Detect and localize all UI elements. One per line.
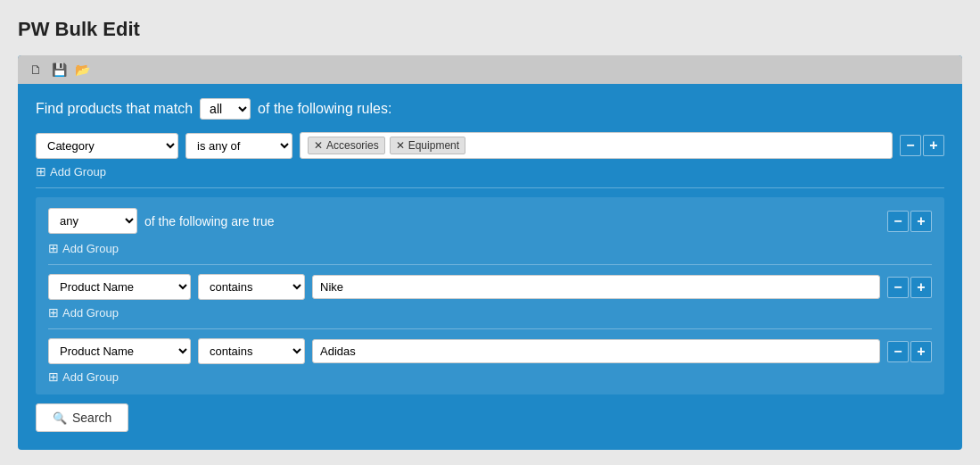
match-select[interactable]: all any [200,98,251,120]
group-block: any all of the following are true − + ⊞ … [36,197,944,394]
divider-inner [48,264,932,265]
open-icon[interactable]: 📂 [73,61,91,79]
page-title: PW Bulk Edit [18,18,962,41]
sub-rule-2-value-input[interactable] [312,339,880,363]
add-group-icon-2: ⊞ [48,305,59,320]
sub-rule-1-plus-button[interactable]: + [910,277,932,298]
group-label: of the following are true [144,214,275,228]
rule1-minus-button[interactable]: − [900,135,921,156]
new-doc-icon[interactable]: 🗋 [27,61,45,79]
rule1-operator-select[interactable]: is any of is is not contains [185,133,292,159]
find-prefix: Find products that match [36,101,193,117]
search-icon: 🔍 [53,411,67,425]
search-button[interactable]: 🔍 Search [36,403,128,432]
main-panel: 🗋 💾 📂 Find products that match all any o… [18,55,962,450]
group-header-left: any all of the following are true [48,208,275,234]
add-group-row-3[interactable]: ⊞ Add Group [48,370,932,384]
save-icon[interactable]: 💾 [50,61,68,79]
group-pm-buttons: − + [887,211,932,232]
group-minus-button[interactable]: − [887,211,909,232]
sub-rule-2-pm-buttons: − + [887,341,932,362]
sub-rule-1-operator-select[interactable]: contains is is not is any of [198,274,305,300]
sub-rule-2-plus-button[interactable]: + [910,341,932,362]
rule1-tags-input: ✕ Accesories ✕ Equipment [300,132,893,159]
add-group-icon-inner: ⊞ [48,241,59,255]
tag-accesories: ✕ Accesories [308,137,385,154]
sub-rule-1-field-select[interactable]: Product Name Category Price [48,274,191,300]
sub-rule-2-field-select[interactable]: Product Name Category Price [48,338,191,364]
add-group-label-2: Add Group [62,306,119,320]
sub-rule-2-row: Product Name Category Price contains is … [48,338,932,364]
rule1-plus-button[interactable]: + [923,135,944,156]
group-match-select[interactable]: any all [48,208,137,234]
add-group-row-1[interactable]: ⊞ Add Group [36,164,944,179]
add-group-label-inner: Add Group [62,242,119,255]
rule1-row: Category Product Name Price SKU is any o… [36,132,944,159]
sub-rule-2-operator-select[interactable]: contains is is not is any of [198,338,305,364]
divider-2 [48,328,932,329]
add-group-label-3: Add Group [62,370,119,384]
divider-1 [36,187,944,188]
add-group-row-2[interactable]: ⊞ Add Group [48,305,932,320]
add-group-icon-1: ⊞ [36,164,46,179]
sub-rule-1-pm-buttons: − + [887,277,932,298]
tag-equipment: ✕ Equipment [390,137,465,154]
panel-body: Find products that match all any of the … [18,84,962,450]
add-group-label-1: Add Group [50,165,106,179]
find-suffix: of the following rules: [258,101,391,117]
search-button-label: Search [72,411,111,425]
group-plus-button[interactable]: + [910,211,932,232]
rule1-field-select[interactable]: Category Product Name Price SKU [36,133,178,159]
sub-rule-1-value-input[interactable] [312,275,880,299]
sub-rule-1-minus-button[interactable]: − [887,277,909,298]
group-header-row: any all of the following are true − + [48,208,932,234]
sub-rule-1-row: Product Name Category Price contains is … [48,274,932,300]
add-group-icon-3: ⊞ [48,370,59,384]
find-header: Find products that match all any of the … [36,98,944,120]
sub-rule-2-minus-button[interactable]: − [887,341,909,362]
rule1-pm-buttons: − + [900,135,944,156]
add-group-row-inner[interactable]: ⊞ Add Group [48,241,932,255]
toolbar: 🗋 💾 📂 [18,55,962,84]
